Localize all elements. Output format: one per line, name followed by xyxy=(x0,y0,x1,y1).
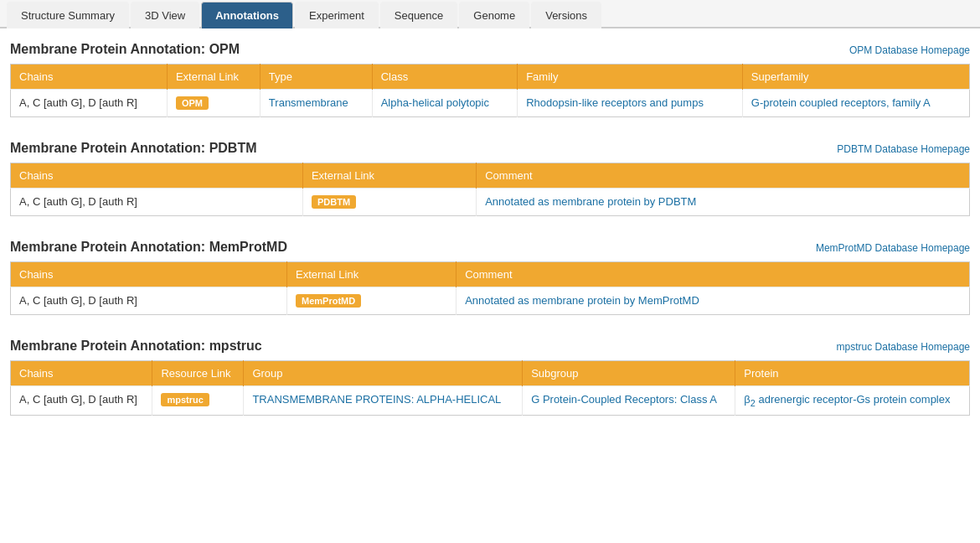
link-protein[interactable]: β2 adrenergic receptor-Gs protein comple… xyxy=(744,393,950,406)
tab-versions[interactable]: Versions xyxy=(531,2,601,28)
table-mpstruc: ChainsResource LinkGroupSubgroupProteinA… xyxy=(10,360,970,416)
cell-external-link: MemProtMD xyxy=(287,287,456,315)
section-header-pdbtm: Membrane Protein Annotation: PDBTMPDBTM … xyxy=(10,141,970,156)
cell-external-link: OPM xyxy=(167,90,260,117)
badge-memprotmd[interactable]: MemProtMD xyxy=(296,294,361,308)
link-superfamily[interactable]: G-protein coupled receptors, family A xyxy=(751,96,931,109)
col-header-comment: Comment xyxy=(456,262,970,287)
badge-opm[interactable]: OPM xyxy=(176,96,209,110)
section-title-opm: Membrane Protein Annotation: OPM xyxy=(10,42,240,57)
col-header-external-link: External Link xyxy=(287,262,456,287)
col-header-type: Type xyxy=(260,65,372,90)
col-header-chains: Chains xyxy=(11,361,152,386)
section-homepage-link-mpstruc[interactable]: mpstruc Database Homepage xyxy=(837,341,970,353)
col-header-chains: Chains xyxy=(11,163,303,189)
col-header-class: Class xyxy=(372,65,518,90)
link-subgroup[interactable]: G Protein-Coupled Receptors: Class A xyxy=(531,393,717,406)
table-row: A, C [auth G], D [auth R]mpstrucTRANSMEM… xyxy=(11,386,970,416)
link-family[interactable]: Rhodopsin-like receptors and pumps xyxy=(526,96,704,109)
badge-mpstruc[interactable]: mpstruc xyxy=(161,393,209,406)
link-type[interactable]: Transmembrane xyxy=(269,96,348,109)
col-header-external-link: External Link xyxy=(302,163,476,189)
section-homepage-link-memprotmd[interactable]: MemProtMD Database Homepage xyxy=(816,242,970,254)
link-group[interactable]: TRANSMEMBRANE PROTEINS: ALPHA-HELICAL xyxy=(252,393,501,406)
tab-annotations[interactable]: Annotations xyxy=(201,2,293,28)
col-header-chains: Chains xyxy=(11,262,287,287)
col-header-superfamily: Superfamily xyxy=(742,65,969,90)
col-header-external-link: External Link xyxy=(167,65,260,90)
section-header-opm: Membrane Protein Annotation: OPMOPM Data… xyxy=(10,42,970,57)
col-header-protein: Protein xyxy=(735,361,970,386)
link-comment[interactable]: Annotated as membrane protein by MemProt… xyxy=(465,294,699,307)
table-opm: ChainsExternal LinkTypeClassFamilySuperf… xyxy=(10,64,970,117)
cell-chains: A, C [auth G], D [auth R] xyxy=(11,386,152,416)
cell-comment: Annotated as membrane protein by MemProt… xyxy=(456,287,970,315)
section-memprotmd: Membrane Protein Annotation: MemProtMDMe… xyxy=(10,240,970,315)
cell-class: Alpha-helical polytopic xyxy=(372,90,518,117)
col-header-comment: Comment xyxy=(477,163,970,189)
tab-genome[interactable]: Genome xyxy=(459,2,529,28)
tab-experiment[interactable]: Experiment xyxy=(295,2,379,28)
link-comment[interactable]: Annotated as membrane protein by PDBTM xyxy=(485,195,696,208)
cell-chains: A, C [auth G], D [auth R] xyxy=(11,287,287,315)
cell-resource-link: mpstruc xyxy=(152,386,244,416)
col-header-chains: Chains xyxy=(11,65,168,90)
section-homepage-link-pdbtm[interactable]: PDBTM Database Homepage xyxy=(837,143,970,155)
cell-external-link: PDBTM xyxy=(302,189,476,216)
cell-superfamily: G-protein coupled receptors, family A xyxy=(742,90,969,117)
table-memprotmd: ChainsExternal LinkCommentA, C [auth G],… xyxy=(10,261,970,315)
cell-chains: A, C [auth G], D [auth R] xyxy=(11,189,303,216)
table-row: A, C [auth G], D [auth R]PDBTMAnnotated … xyxy=(11,189,970,216)
tab-sequence[interactable]: Sequence xyxy=(380,2,458,28)
table-row: A, C [auth G], D [auth R]MemProtMDAnnota… xyxy=(11,287,970,315)
main-content: Membrane Protein Annotation: OPMOPM Data… xyxy=(0,28,980,452)
cell-family: Rhodopsin-like receptors and pumps xyxy=(518,90,743,117)
tab-structure-summary[interactable]: Structure Summary xyxy=(7,2,129,28)
section-homepage-link-opm[interactable]: OPM Database Homepage xyxy=(849,44,970,56)
col-header-subgroup: Subgroup xyxy=(523,361,735,386)
section-title-mpstruc: Membrane Protein Annotation: mpstruc xyxy=(10,339,262,354)
col-header-resource-link: Resource Link xyxy=(152,361,244,386)
cell-group: TRANSMEMBRANE PROTEINS: ALPHA-HELICAL xyxy=(244,386,523,416)
table-row: A, C [auth G], D [auth R]OPMTransmembran… xyxy=(11,90,970,117)
col-header-family: Family xyxy=(518,65,743,90)
section-header-memprotmd: Membrane Protein Annotation: MemProtMDMe… xyxy=(10,240,970,255)
cell-subgroup: G Protein-Coupled Receptors: Class A xyxy=(523,386,735,416)
link-class[interactable]: Alpha-helical polytopic xyxy=(381,96,489,109)
badge-pdbtm[interactable]: PDBTM xyxy=(312,195,356,209)
section-opm: Membrane Protein Annotation: OPMOPM Data… xyxy=(10,42,970,117)
section-title-pdbtm: Membrane Protein Annotation: PDBTM xyxy=(10,141,257,156)
cell-comment: Annotated as membrane protein by PDBTM xyxy=(477,189,970,216)
cell-protein: β2 adrenergic receptor-Gs protein comple… xyxy=(735,386,970,416)
col-header-group: Group xyxy=(244,361,523,386)
tabs-bar: Structure Summary3D ViewAnnotationsExper… xyxy=(0,0,980,28)
cell-chains: A, C [auth G], D [auth R] xyxy=(11,90,168,117)
section-pdbtm: Membrane Protein Annotation: PDBTMPDBTM … xyxy=(10,141,970,216)
cell-type: Transmembrane xyxy=(260,90,372,117)
tab-3d-view[interactable]: 3D View xyxy=(131,2,199,28)
section-header-mpstruc: Membrane Protein Annotation: mpstrucmpst… xyxy=(10,339,970,354)
section-title-memprotmd: Membrane Protein Annotation: MemProtMD xyxy=(10,240,287,255)
table-pdbtm: ChainsExternal LinkCommentA, C [auth G],… xyxy=(10,163,970,216)
section-mpstruc: Membrane Protein Annotation: mpstrucmpst… xyxy=(10,339,970,416)
